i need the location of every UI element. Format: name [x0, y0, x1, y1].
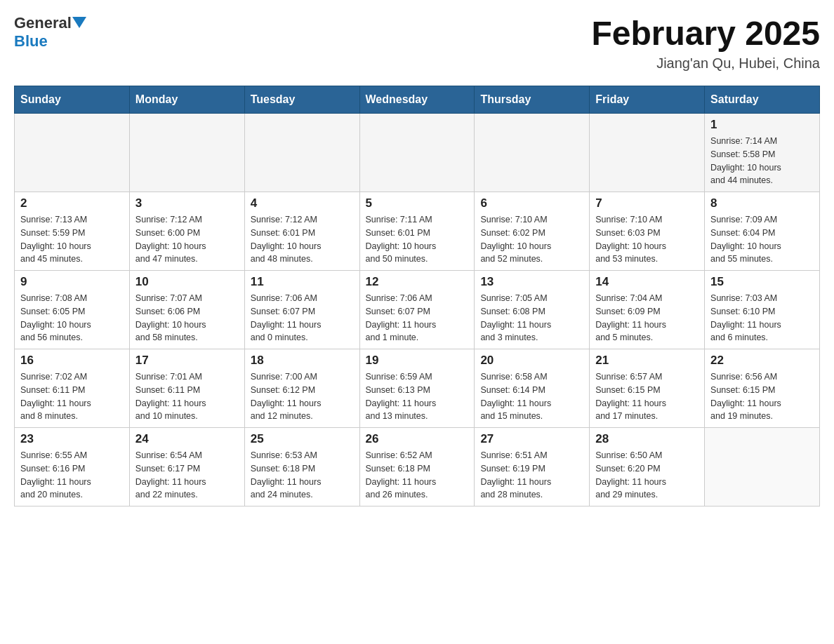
day-info: Sunrise: 7:08 AM Sunset: 6:05 PM Dayligh… [20, 292, 124, 344]
day-info: Sunrise: 6:52 AM Sunset: 6:18 PM Dayligh… [366, 449, 469, 502]
day-info: Sunrise: 7:07 AM Sunset: 6:06 PM Dayligh… [135, 292, 239, 344]
calendar-week-row: 23Sunrise: 6:55 AM Sunset: 6:16 PM Dayli… [15, 428, 820, 507]
day-number: 6 [480, 196, 583, 210]
day-number: 25 [251, 432, 354, 446]
day-number: 8 [710, 196, 814, 210]
day-number: 15 [710, 275, 814, 289]
day-number: 21 [595, 354, 699, 368]
day-number: 26 [366, 432, 469, 446]
calendar-day-cell: 21Sunrise: 6:57 AM Sunset: 6:15 PM Dayli… [590, 349, 705, 428]
calendar-day-cell: 5Sunrise: 7:11 AM Sunset: 6:01 PM Daylig… [359, 192, 475, 271]
day-number: 17 [135, 354, 239, 368]
day-info: Sunrise: 7:02 AM Sunset: 6:11 PM Dayligh… [20, 370, 124, 423]
calendar-day-cell: 10Sunrise: 7:07 AM Sunset: 6:06 PM Dayli… [129, 271, 244, 349]
location-text: Jiang'an Qu, Hubei, China [591, 55, 820, 72]
calendar-week-row: 16Sunrise: 7:02 AM Sunset: 6:11 PM Dayli… [15, 349, 820, 428]
calendar-day-cell: 24Sunrise: 6:54 AM Sunset: 6:17 PM Dayli… [129, 428, 244, 507]
day-info: Sunrise: 7:10 AM Sunset: 6:02 PM Dayligh… [480, 213, 583, 266]
calendar-header-row: SundayMondayTuesdayWednesdayThursdayFrid… [15, 86, 820, 114]
day-info: Sunrise: 7:12 AM Sunset: 6:00 PM Dayligh… [135, 213, 239, 266]
day-number: 24 [135, 432, 239, 446]
day-number: 9 [20, 275, 124, 289]
calendar-day-header: Saturday [705, 86, 820, 114]
day-number: 3 [135, 196, 239, 210]
calendar-day-cell [475, 114, 590, 192]
calendar-day-cell: 26Sunrise: 6:52 AM Sunset: 6:18 PM Dayli… [359, 428, 475, 507]
calendar-day-cell: 1Sunrise: 7:14 AM Sunset: 5:58 PM Daylig… [705, 114, 820, 192]
calendar-day-cell [129, 114, 244, 192]
day-number: 2 [20, 196, 124, 210]
day-info: Sunrise: 7:06 AM Sunset: 6:07 PM Dayligh… [366, 292, 469, 344]
day-number: 16 [20, 354, 124, 368]
day-number: 23 [20, 432, 124, 446]
calendar-day-cell: 27Sunrise: 6:51 AM Sunset: 6:19 PM Dayli… [475, 428, 590, 507]
calendar-day-cell: 23Sunrise: 6:55 AM Sunset: 6:16 PM Dayli… [15, 428, 130, 507]
day-info: Sunrise: 7:06 AM Sunset: 6:07 PM Dayligh… [251, 292, 354, 344]
calendar-day-header: Monday [129, 86, 244, 114]
day-info: Sunrise: 7:13 AM Sunset: 5:59 PM Dayligh… [20, 213, 124, 266]
day-number: 20 [480, 354, 583, 368]
calendar-day-cell: 28Sunrise: 6:50 AM Sunset: 6:20 PM Dayli… [590, 428, 705, 507]
logo-blue: Blue [14, 32, 48, 51]
calendar-day-header: Thursday [475, 86, 590, 114]
calendar-day-cell [359, 114, 475, 192]
day-info: Sunrise: 7:09 AM Sunset: 6:04 PM Dayligh… [710, 213, 814, 266]
day-info: Sunrise: 7:12 AM Sunset: 6:01 PM Dayligh… [251, 213, 354, 266]
day-info: Sunrise: 6:53 AM Sunset: 6:18 PM Dayligh… [251, 449, 354, 502]
day-info: Sunrise: 7:04 AM Sunset: 6:09 PM Dayligh… [595, 292, 699, 344]
calendar-day-cell: 11Sunrise: 7:06 AM Sunset: 6:07 PM Dayli… [244, 271, 359, 349]
day-info: Sunrise: 6:58 AM Sunset: 6:14 PM Dayligh… [480, 370, 583, 423]
calendar-week-row: 9Sunrise: 7:08 AM Sunset: 6:05 PM Daylig… [15, 271, 820, 349]
day-info: Sunrise: 7:14 AM Sunset: 5:58 PM Dayligh… [710, 135, 814, 187]
day-info: Sunrise: 6:54 AM Sunset: 6:17 PM Dayligh… [135, 449, 239, 502]
title-block: February 2025 Jiang'an Qu, Hubei, China [591, 14, 820, 72]
day-number: 4 [251, 196, 354, 210]
day-number: 22 [710, 354, 814, 368]
day-info: Sunrise: 7:10 AM Sunset: 6:03 PM Dayligh… [595, 213, 699, 266]
day-number: 13 [480, 275, 583, 289]
calendar-day-cell: 16Sunrise: 7:02 AM Sunset: 6:11 PM Dayli… [15, 349, 130, 428]
calendar-day-cell: 9Sunrise: 7:08 AM Sunset: 6:05 PM Daylig… [15, 271, 130, 349]
day-info: Sunrise: 6:57 AM Sunset: 6:15 PM Dayligh… [595, 370, 699, 423]
calendar-day-cell: 12Sunrise: 7:06 AM Sunset: 6:07 PM Dayli… [359, 271, 475, 349]
calendar-day-cell: 2Sunrise: 7:13 AM Sunset: 5:59 PM Daylig… [15, 192, 130, 271]
calendar-day-cell: 19Sunrise: 6:59 AM Sunset: 6:13 PM Dayli… [359, 349, 475, 428]
day-info: Sunrise: 6:55 AM Sunset: 6:16 PM Dayligh… [20, 449, 124, 502]
day-info: Sunrise: 6:50 AM Sunset: 6:20 PM Dayligh… [595, 449, 699, 502]
calendar-day-cell [15, 114, 130, 192]
calendar-day-cell: 8Sunrise: 7:09 AM Sunset: 6:04 PM Daylig… [705, 192, 820, 271]
day-info: Sunrise: 6:59 AM Sunset: 6:13 PM Dayligh… [366, 370, 469, 423]
day-number: 14 [595, 275, 699, 289]
calendar-day-cell: 14Sunrise: 7:04 AM Sunset: 6:09 PM Dayli… [590, 271, 705, 349]
calendar-day-header: Friday [590, 86, 705, 114]
day-number: 27 [480, 432, 583, 446]
calendar-day-header: Wednesday [359, 86, 475, 114]
calendar-day-cell: 3Sunrise: 7:12 AM Sunset: 6:00 PM Daylig… [129, 192, 244, 271]
day-number: 11 [251, 275, 354, 289]
logo-general: General [14, 14, 72, 32]
day-number: 19 [366, 354, 469, 368]
calendar-day-cell: 17Sunrise: 7:01 AM Sunset: 6:11 PM Dayli… [129, 349, 244, 428]
day-number: 28 [595, 432, 699, 446]
calendar-table: SundayMondayTuesdayWednesdayThursdayFrid… [14, 86, 820, 507]
day-info: Sunrise: 6:51 AM Sunset: 6:19 PM Dayligh… [480, 449, 583, 502]
calendar-day-cell: 4Sunrise: 7:12 AM Sunset: 6:01 PM Daylig… [244, 192, 359, 271]
calendar-day-cell: 13Sunrise: 7:05 AM Sunset: 6:08 PM Dayli… [475, 271, 590, 349]
calendar-day-cell: 18Sunrise: 7:00 AM Sunset: 6:12 PM Dayli… [244, 349, 359, 428]
logo-triangle-icon [72, 17, 86, 28]
calendar-day-cell [244, 114, 359, 192]
day-info: Sunrise: 7:11 AM Sunset: 6:01 PM Dayligh… [366, 213, 469, 266]
calendar-day-cell [705, 428, 820, 507]
day-number: 18 [251, 354, 354, 368]
calendar-day-cell: 22Sunrise: 6:56 AM Sunset: 6:15 PM Dayli… [705, 349, 820, 428]
calendar-day-cell: 15Sunrise: 7:03 AM Sunset: 6:10 PM Dayli… [705, 271, 820, 349]
calendar-day-header: Sunday [15, 86, 130, 114]
calendar-day-cell: 7Sunrise: 7:10 AM Sunset: 6:03 PM Daylig… [590, 192, 705, 271]
day-number: 5 [366, 196, 469, 210]
calendar-day-cell: 20Sunrise: 6:58 AM Sunset: 6:14 PM Dayli… [475, 349, 590, 428]
day-info: Sunrise: 7:01 AM Sunset: 6:11 PM Dayligh… [135, 370, 239, 423]
day-info: Sunrise: 7:00 AM Sunset: 6:12 PM Dayligh… [251, 370, 354, 423]
calendar-week-row: 1Sunrise: 7:14 AM Sunset: 5:58 PM Daylig… [15, 114, 820, 192]
day-number: 1 [710, 118, 814, 132]
month-title: February 2025 [591, 14, 820, 53]
